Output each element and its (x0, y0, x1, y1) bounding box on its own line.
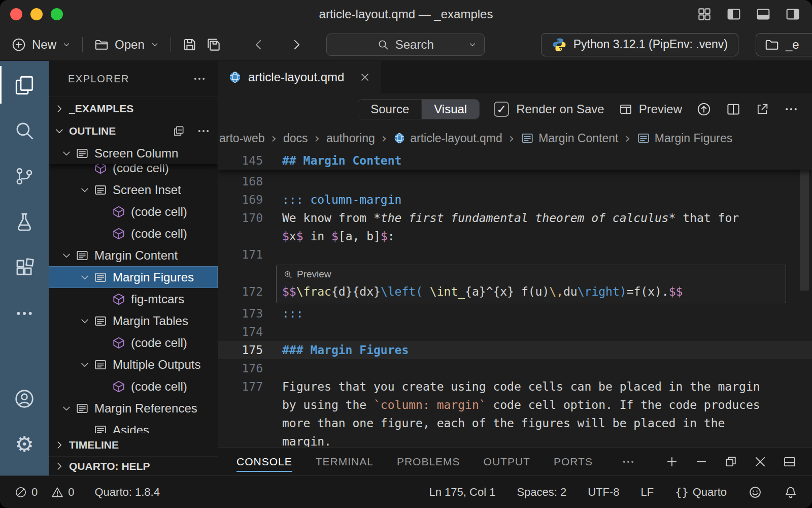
minimize-panel-icon[interactable] (694, 455, 708, 469)
toggle-left-sidebar-icon[interactable] (726, 6, 742, 22)
breadcrumb-item-margin-content[interactable]: Margin Content (521, 132, 618, 145)
breadcrumb-item-margin-figures[interactable]: Margin Figures (637, 132, 732, 145)
code-line-177[interactable]: 177Figures that you create using code ce… (218, 377, 812, 447)
toggle-right-sidebar-icon[interactable] (785, 6, 801, 22)
navigate-forward-icon[interactable] (289, 37, 304, 52)
panel-more-icon[interactable] (621, 455, 635, 469)
code-line-169[interactable]: 169::: column-margin (218, 190, 812, 209)
chevron-down-icon[interactable] (59, 146, 74, 161)
zoom-window-button[interactable] (51, 8, 63, 20)
outline-item-margin-tables[interactable]: Margin Tables (49, 310, 218, 332)
preview-button[interactable]: Preview (619, 102, 682, 116)
activity-run-debug-button[interactable] (0, 203, 49, 241)
render-on-save-control[interactable]: ✓ Render on Save (494, 102, 604, 117)
code-line-168[interactable]: 168 (218, 172, 812, 190)
breadcrumb-item-authoring[interactable]: authoring (326, 132, 375, 145)
outline-item-margin-content[interactable]: Margin Content (49, 244, 218, 266)
workspace-button[interactable]: _e (756, 33, 812, 56)
code-line-171[interactable]: 171 (218, 245, 812, 264)
tab-close-button[interactable] (359, 71, 371, 83)
math-preview-box[interactable]: Preview172$$\frac{d}{dx}\left( \int_{a}^… (218, 264, 812, 304)
chevron-down-icon[interactable] (77, 182, 92, 198)
code-line-173[interactable]: 173::: (218, 304, 812, 323)
open-external-icon[interactable] (755, 102, 769, 116)
outline-item-asides[interactable]: Asides (49, 419, 218, 433)
code-line-176[interactable]: 176 (218, 359, 812, 377)
panel-tab-problems[interactable]: PROBLEMS (397, 448, 460, 475)
code-line-174[interactable]: 174 (218, 323, 812, 341)
activity-explorer-button[interactable] (0, 66, 49, 104)
chevron-down-icon[interactable] (59, 248, 74, 263)
breadcrumb-item-docs[interactable]: docs (283, 132, 308, 145)
open-button[interactable]: Open (94, 37, 159, 52)
outline-item-screen-inset[interactable]: Screen Inset (49, 179, 218, 201)
breadcrumb-item-article-layout-qmd[interactable]: article-layout.qmd (393, 132, 502, 145)
navigate-back-icon[interactable] (251, 37, 266, 52)
panel-tab-console[interactable]: CONSOLE (236, 448, 292, 475)
tab-article-layout[interactable]: article-layout.qmd (218, 61, 381, 93)
mode-visual-button[interactable]: Visual (421, 100, 479, 119)
feedback-smiley-icon[interactable] (748, 485, 762, 499)
code-line-172[interactable]: 172$$\frac{d}{dx}\left( \int_{a}^{x} f(u… (218, 282, 812, 301)
search-input[interactable]: Search (326, 34, 485, 56)
outline-item-fig-mtcars[interactable]: fig-mtcars (49, 288, 218, 310)
activity-search-button[interactable] (0, 112, 49, 149)
minimize-window-button[interactable] (30, 8, 43, 20)
save-icon[interactable] (182, 37, 197, 52)
save-all-icon[interactable] (206, 37, 222, 53)
code-area[interactable]: 145## Margin Content168169::: column-mar… (218, 151, 812, 447)
activity-source-control-button[interactable] (0, 157, 49, 195)
chevron-down-icon[interactable] (77, 313, 92, 329)
section-outline[interactable]: OUTLINE (49, 120, 218, 142)
account-button[interactable] (0, 380, 49, 418)
outline-item-margin-figures[interactable]: Margin Figures (49, 266, 218, 288)
panel-layout-icon[interactable] (783, 455, 797, 469)
new-console-plus-icon[interactable] (665, 455, 679, 469)
panel-tab-output[interactable]: OUTPUT (484, 448, 530, 475)
outline-item-code-cell[interactable]: (code cell) (49, 201, 218, 223)
panel-tab-terminal[interactable]: TERMINAL (316, 448, 374, 475)
math-preview-label[interactable]: Preview (218, 266, 812, 282)
chevron-down-icon[interactable] (59, 401, 74, 416)
cursor-position[interactable]: Ln 175, Col 1 (429, 486, 496, 499)
explorer-more-icon[interactable] (192, 72, 207, 86)
customize-layout-icon[interactable] (696, 6, 713, 22)
split-editor-icon[interactable] (726, 102, 741, 117)
code-line-170[interactable]: 170We know from *the first fundamental t… (218, 209, 812, 245)
settings-button[interactable]: ⚙ (0, 426, 49, 463)
more-actions-icon[interactable] (784, 102, 799, 117)
outline-item-code-cell[interactable]: (code cell) (49, 375, 218, 397)
interpreter-selector[interactable]: Python 3.12.1 (PipEnv: .venv) (541, 33, 738, 56)
outline-item-screen-column[interactable]: Screen Column (49, 142, 218, 164)
mode-source-button[interactable]: Source (358, 100, 421, 119)
eol-sequence[interactable]: LF (641, 486, 654, 499)
indentation[interactable]: Spaces: 2 (517, 486, 566, 499)
outline-item-code-cell[interactable]: (code cell) (49, 332, 218, 354)
activity-more-button[interactable] (0, 295, 49, 332)
section-examples[interactable]: _EXAMPLES (49, 97, 218, 120)
restore-panel-icon[interactable] (724, 455, 738, 469)
warnings-indicator[interactable]: 0 (51, 486, 74, 499)
quarto-version[interactable]: Quarto: 1.8.4 (95, 486, 160, 499)
close-window-button[interactable] (10, 8, 22, 20)
outline-item-margin-references[interactable]: Margin References (49, 397, 218, 419)
outline-item-multiple-outputs[interactable]: Multiple Outputs (49, 354, 218, 375)
activity-extensions-button[interactable] (0, 249, 49, 287)
close-panel-icon[interactable] (753, 455, 767, 469)
new-button[interactable]: New (11, 37, 71, 52)
encoding[interactable]: UTF-8 (588, 486, 619, 499)
chevron-down-icon[interactable] (77, 270, 92, 285)
toggle-panel-icon[interactable] (755, 6, 771, 22)
collapse-all-icon[interactable] (172, 124, 185, 138)
code-line-145[interactable]: 145## Margin Content (218, 151, 812, 170)
breadcrumb-item-arto-web[interactable]: arto-web (219, 132, 264, 145)
outline-more-icon[interactable] (196, 124, 211, 138)
code-line-175[interactable]: 175### Margin Figures (218, 341, 812, 359)
outline-item-code-cell[interactable]: (code cell) (49, 223, 218, 244)
language-mode[interactable]: {} Quarto (675, 486, 727, 499)
publish-icon[interactable] (696, 102, 712, 117)
notifications-bell-icon[interactable] (784, 485, 798, 499)
section-timeline[interactable]: TIMELINE (49, 433, 218, 456)
render-on-save-checkbox[interactable]: ✓ (494, 102, 509, 117)
section-quarto-help[interactable]: QUARTO: HELP (49, 456, 218, 475)
